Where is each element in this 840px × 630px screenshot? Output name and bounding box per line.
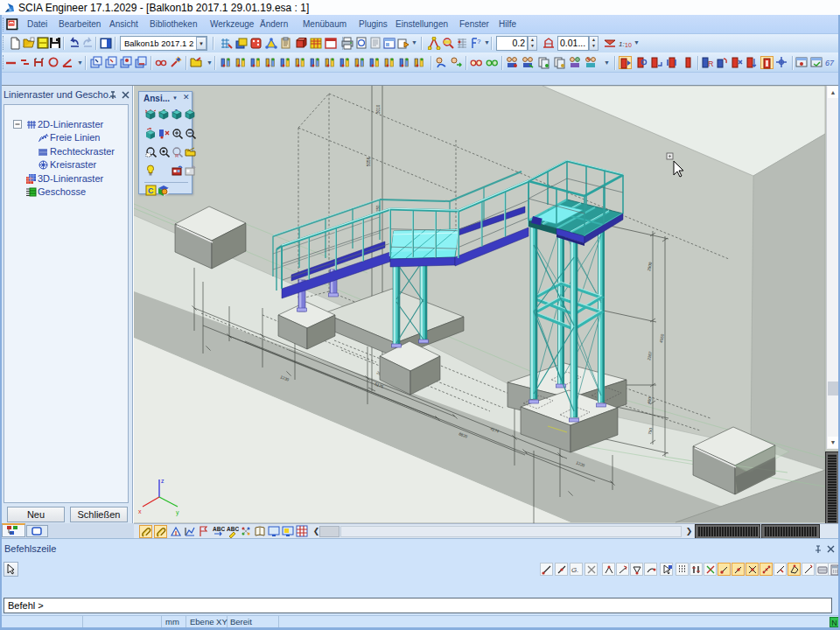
svg-text:C: C xyxy=(148,186,154,195)
svg-text:ABC: ABC xyxy=(213,526,225,532)
svg-text:?: ? xyxy=(477,38,481,46)
svg-text:G.: G. xyxy=(571,566,578,574)
svg-text:z: z xyxy=(145,109,147,114)
svg-text:z: z xyxy=(161,478,164,484)
svg-text:y: y xyxy=(158,109,160,114)
svg-text:67: 67 xyxy=(825,59,835,67)
svg-text:3010: 3010 xyxy=(376,104,381,114)
svg-text:x: x xyxy=(172,109,173,114)
svg-text:ABC: ABC xyxy=(227,526,239,532)
svg-text:x: x xyxy=(138,508,142,514)
svg-text:R: R xyxy=(708,60,714,68)
svg-text:R: R xyxy=(175,153,179,158)
svg-text:10: 10 xyxy=(625,42,632,48)
svg-text:5056: 5056 xyxy=(367,157,371,166)
svg-text:1:: 1: xyxy=(619,40,625,48)
svg-text:y: y xyxy=(176,509,179,516)
